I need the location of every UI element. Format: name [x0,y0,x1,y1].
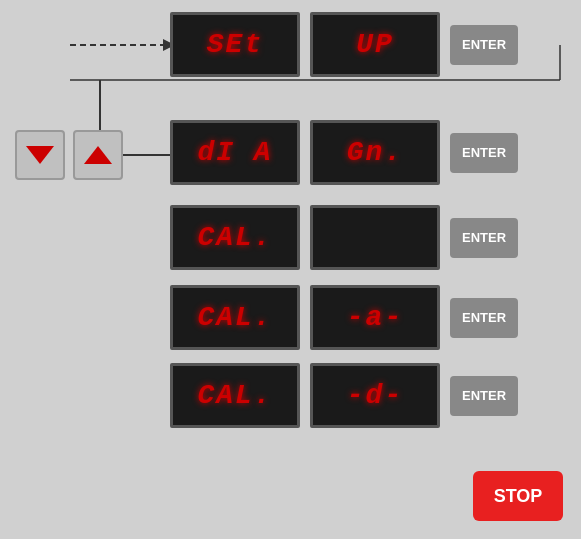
row3-display-left: CAL. [170,285,300,350]
stop-container: STOP [473,471,563,521]
row1-text-left: dI A [197,137,272,168]
row3-text-left: CAL. [197,302,272,333]
stop-button[interactable]: STOP [473,471,563,521]
row3-enter-button[interactable]: ENTER [450,298,518,338]
setup-row: SEt UP ENTER [170,12,518,77]
row3-container: CAL. -a- ENTER [170,285,518,350]
setup-enter-button[interactable]: ENTER [450,25,518,65]
row2-display-right [310,205,440,270]
up-arrow-button[interactable] [73,130,123,180]
row2-enter-button[interactable]: ENTER [450,218,518,258]
row4-text-right: -d- [347,380,403,411]
row2-text-left: CAL. [197,222,272,253]
nav-arrows-container [15,130,123,180]
row1-container: dI A Gn. ENTER [170,120,518,185]
down-arrow-button[interactable] [15,130,65,180]
setup-display-left: SEt [170,12,300,77]
row1-display-left: dI A [170,120,300,185]
row2-container: CAL. ENTER [170,205,518,270]
row3-text-right: -a- [347,302,403,333]
setup-text-right: UP [356,29,394,60]
row2-display-left: CAL. [170,205,300,270]
row1-text-right: Gn. [347,137,403,168]
row4-text-left: CAL. [197,380,272,411]
up-arrow-icon [84,146,112,164]
setup-text-left: SEt [207,29,263,60]
row1-display-right: Gn. [310,120,440,185]
down-arrow-icon [26,146,54,164]
row1-enter-button[interactable]: ENTER [450,133,518,173]
row4-display-right: -d- [310,363,440,428]
setup-display-right: UP [310,12,440,77]
row4-container: CAL. -d- ENTER [170,363,518,428]
row4-enter-button[interactable]: ENTER [450,376,518,416]
row4-display-left: CAL. [170,363,300,428]
row3-display-right: -a- [310,285,440,350]
